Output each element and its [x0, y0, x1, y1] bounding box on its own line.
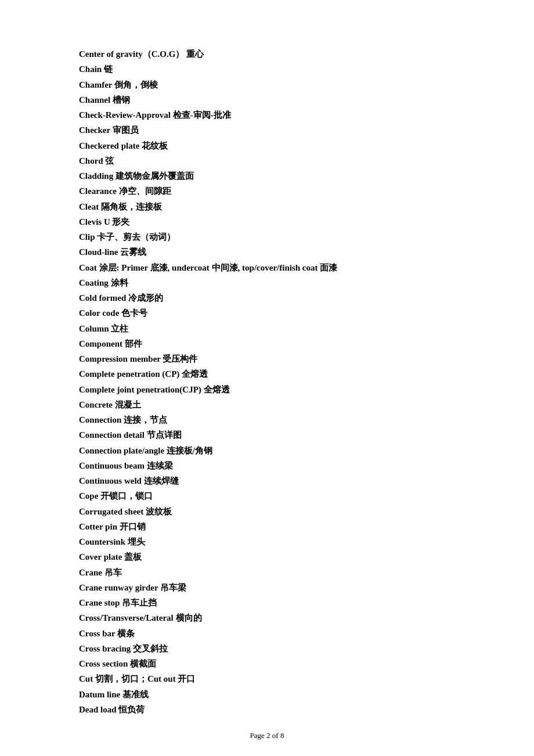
- list-item: Coating 涂料: [79, 275, 455, 290]
- list-item: Corrugated sheet 波纹板: [79, 504, 455, 519]
- list-item: Cleat 隔角板，连接板: [79, 199, 455, 214]
- list-item: Crane stop 吊车止挡: [79, 595, 455, 610]
- list-item: Clip 卡子、剪去（动词）: [79, 229, 455, 244]
- list-item: Connection detail 节点详图: [79, 427, 455, 442]
- list-item: Chamfer 倒角，倒棱: [79, 77, 455, 92]
- list-item: Column 立柱: [79, 321, 455, 336]
- list-item: Cold formed 冷成形的: [79, 290, 455, 305]
- list-item: Concrete 混凝土: [79, 397, 455, 412]
- list-item: Clearance 净空、间隙距: [79, 183, 455, 199]
- list-item: Checker 审图员: [79, 123, 455, 138]
- list-item: Coat 涂层: Primer 底漆, undercoat 中间漆, top/c…: [79, 260, 455, 275]
- list-item: Complete joint penetration(CJP) 全熔透: [79, 382, 455, 397]
- list-item: Cross section 横截面: [79, 656, 455, 671]
- list-item: Cladding 建筑物金属外覆盖面: [79, 168, 455, 183]
- list-item: Cross/Transverse/Lateral 横向的: [79, 610, 455, 625]
- list-item: Clevis U 形夹: [79, 214, 455, 229]
- list-item: Continuous weld 连续焊缝: [79, 473, 455, 488]
- list-item: Color code 色卡号: [79, 305, 455, 321]
- list-item: Connection 连接，节点: [79, 412, 455, 427]
- list-item: Complete penetration (CP) 全熔透: [79, 366, 455, 381]
- list-item: Cross bracing 交叉斜拉: [79, 641, 455, 656]
- list-item: Channel 槽钢: [79, 92, 455, 107]
- list-item: Dead load 恒负荷: [79, 702, 455, 717]
- list-item: Cross bar 横条: [79, 626, 455, 641]
- list-item: Compression member 受压构件: [79, 351, 455, 366]
- list-item: Crane 吊车: [79, 565, 455, 580]
- list-item: Continuous beam 连续梁: [79, 458, 455, 473]
- list-item: Crane runway girder 吊车梁: [79, 580, 455, 595]
- list-item: Center of gravity（C.O.G） 重心: [79, 46, 455, 62]
- list-item: Datum line 基准线: [79, 687, 455, 702]
- list-item: Chain 链: [79, 62, 455, 77]
- list-item: Checkered plate 花纹板: [79, 138, 455, 153]
- page-footer: Page 2 of 8: [0, 731, 534, 740]
- list-item: Cope 开锁口，锁口: [79, 488, 455, 503]
- list-item: Component 部件: [79, 336, 455, 351]
- list-item: Cotter pin 开口销: [79, 519, 455, 534]
- list-item: Cover plate 盖板: [79, 549, 455, 564]
- entries-list: Center of gravity（C.O.G） 重心Chain 链Chamfe…: [79, 46, 455, 717]
- list-item: Countersink 埋头: [79, 534, 455, 549]
- list-item: Cut 切割，切口；Cut out 开口: [79, 671, 455, 686]
- list-item: Cloud-line 云雾线: [79, 244, 455, 260]
- list-item: Check-Review-Approval 检查-审阅-批准: [79, 107, 455, 123]
- list-item: Connection plate/angle 连接板/角钢: [79, 443, 455, 458]
- list-item: Chord 弦: [79, 153, 455, 168]
- page-content: Center of gravity（C.O.G） 重心Chain 链Chamfe…: [0, 0, 534, 756]
